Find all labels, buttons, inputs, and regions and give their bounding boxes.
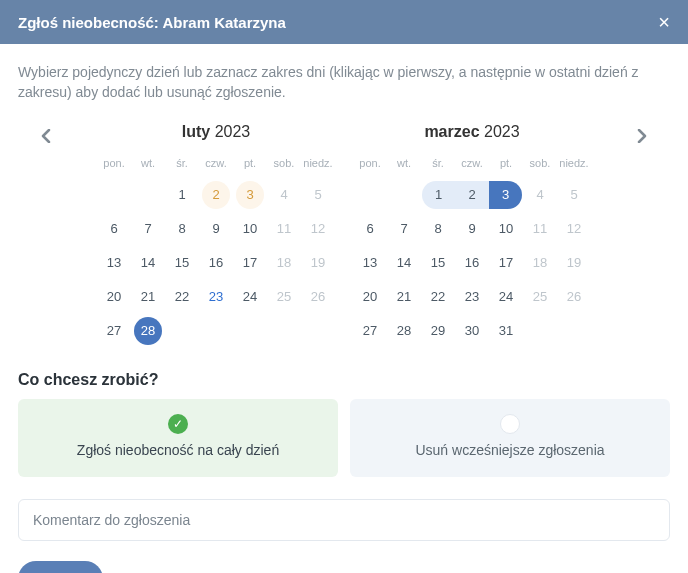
calendar-day[interactable]: 25	[524, 283, 556, 311]
option-full-day[interactable]: ✓ Zgłoś nieobecność na cały dzień	[18, 399, 338, 477]
calendar-right-title: marzec 2023	[353, 123, 591, 141]
calendar-day[interactable]: 26	[302, 283, 334, 311]
dow-label: śr.	[165, 153, 199, 175]
dow-label: pt.	[233, 153, 267, 175]
calendar-day[interactable]: 7	[132, 215, 164, 243]
calendar-day[interactable]: 12	[558, 215, 590, 243]
calendar-day[interactable]: 30	[456, 317, 488, 345]
calendar-day[interactable]: 23	[456, 283, 488, 311]
calendar-day[interactable]: 25	[268, 283, 300, 311]
calendar-day[interactable]: 15	[422, 249, 454, 277]
calendar-day[interactable]: 19	[558, 249, 590, 277]
dow-label: sob.	[523, 153, 557, 175]
dow-label: niedz.	[557, 153, 591, 175]
calendar-day[interactable]: 13	[98, 249, 130, 277]
calendar-day[interactable]: 16	[456, 249, 488, 277]
calendar-day[interactable]: 27	[354, 317, 386, 345]
calendar-day[interactable]: 8	[422, 215, 454, 243]
modal-title: Zgłoś nieobecność: Abram Katarzyna	[18, 14, 286, 31]
calendar-day[interactable]: 2	[202, 181, 230, 209]
action-options: ✓ Zgłoś nieobecność na cały dzień Usuń w…	[18, 399, 670, 477]
calendar-day[interactable]: 2	[455, 181, 489, 209]
calendar-day[interactable]: 31	[490, 317, 522, 345]
dow-label: pon.	[97, 153, 131, 175]
calendar-day[interactable]: 11	[524, 215, 556, 243]
calendar-right: marzec 2023 pon.wt.śr.czw.pt.sob.niedz.1…	[353, 123, 591, 345]
calendar-day[interactable]: 19	[302, 249, 334, 277]
calendar-day[interactable]: 22	[422, 283, 454, 311]
calendar-day[interactable]: 14	[388, 249, 420, 277]
comment-input[interactable]	[18, 499, 670, 541]
option-remove[interactable]: Usuń wcześniejsze zgłoszenia	[350, 399, 670, 477]
dialog-actions: Zapisz Anuluj	[18, 561, 670, 573]
calendar-day[interactable]: 20	[98, 283, 130, 311]
check-icon: ✓	[168, 414, 188, 434]
calendar-day[interactable]: 16	[200, 249, 232, 277]
action-section-title: Co chcesz zrobić?	[18, 371, 670, 389]
dow-label: czw.	[199, 153, 233, 175]
calendar-left-title: luty 2023	[97, 123, 335, 141]
calendar-day[interactable]: 26	[558, 283, 590, 311]
calendar-day[interactable]: 5	[302, 181, 334, 209]
option-full-day-label: Zgłoś nieobecność na cały dzień	[77, 442, 279, 458]
dow-label: pon.	[353, 153, 387, 175]
calendar-day[interactable]: 24	[490, 283, 522, 311]
calendar-day[interactable]: 22	[166, 283, 198, 311]
calendar-day[interactable]: 13	[354, 249, 386, 277]
dow-label: wt.	[131, 153, 165, 175]
calendar-container: luty 2023 pon.wt.śr.czw.pt.sob.niedz.123…	[18, 123, 670, 345]
calendar-day[interactable]: 17	[490, 249, 522, 277]
calendar-day[interactable]: 4	[268, 181, 300, 209]
calendar-day[interactable]: 6	[98, 215, 130, 243]
calendar-day[interactable]: 11	[268, 215, 300, 243]
calendar-day[interactable]: 12	[302, 215, 334, 243]
dow-label: sob.	[267, 153, 301, 175]
calendar-day[interactable]: 5	[558, 181, 590, 209]
calendar-day[interactable]: 1	[166, 181, 198, 209]
calendar-day[interactable]: 20	[354, 283, 386, 311]
calendar-day[interactable]: 17	[234, 249, 266, 277]
calendar-day[interactable]: 18	[268, 249, 300, 277]
calendar-day[interactable]: 7	[388, 215, 420, 243]
calendar-day[interactable]: 4	[524, 181, 556, 209]
close-icon[interactable]: ×	[658, 12, 670, 32]
calendar-day[interactable]: 14	[132, 249, 164, 277]
calendar-day[interactable]: 10	[234, 215, 266, 243]
radio-unchecked-icon	[500, 414, 520, 434]
calendar-day[interactable]: 23	[200, 283, 232, 311]
instructions-text: Wybierz pojedynczy dzień lub zaznacz zak…	[18, 62, 670, 103]
calendar-day[interactable]: 9	[200, 215, 232, 243]
calendar-day[interactable]: 3	[236, 181, 264, 209]
modal-header: Zgłoś nieobecność: Abram Katarzyna ×	[0, 0, 688, 44]
calendar-left: luty 2023 pon.wt.śr.czw.pt.sob.niedz.123…	[97, 123, 335, 345]
dow-label: pt.	[489, 153, 523, 175]
calendar-day[interactable]: 18	[524, 249, 556, 277]
calendar-day[interactable]: 10	[490, 215, 522, 243]
prev-month-icon[interactable]	[40, 125, 52, 148]
dow-label: czw.	[455, 153, 489, 175]
calendar-day[interactable]: 21	[132, 283, 164, 311]
dow-label: śr.	[421, 153, 455, 175]
option-remove-label: Usuń wcześniejsze zgłoszenia	[415, 442, 604, 458]
calendar-day[interactable]: 28	[134, 317, 162, 345]
calendar-day[interactable]: 21	[388, 283, 420, 311]
calendar-day[interactable]: 1	[422, 181, 455, 209]
calendar-day[interactable]: 28	[388, 317, 420, 345]
calendar-day[interactable]: 24	[234, 283, 266, 311]
calendar-day[interactable]: 9	[456, 215, 488, 243]
calendar-day[interactable]: 27	[98, 317, 130, 345]
calendar-day[interactable]: 3	[489, 181, 522, 209]
calendar-day[interactable]: 6	[354, 215, 386, 243]
calendar-day[interactable]: 8	[166, 215, 198, 243]
save-button[interactable]: Zapisz	[18, 561, 103, 573]
next-month-icon[interactable]	[636, 125, 648, 148]
calendar-day[interactable]: 29	[422, 317, 454, 345]
calendar-day[interactable]: 15	[166, 249, 198, 277]
dow-label: wt.	[387, 153, 421, 175]
dow-label: niedz.	[301, 153, 335, 175]
